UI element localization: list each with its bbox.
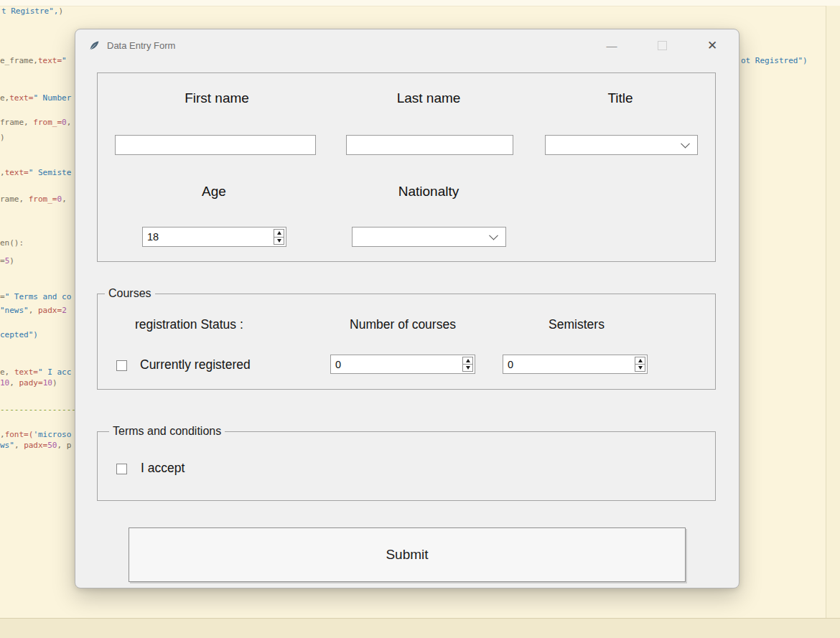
- spin-up-button[interactable]: [274, 230, 284, 238]
- accept-terms-checkbox[interactable]: [116, 464, 127, 474]
- registration-status-label: registration Status :: [135, 317, 243, 332]
- courses-legend: Courses: [105, 287, 155, 300]
- currently-registered-checkbox[interactable]: [116, 360, 127, 371]
- user-info-frame: First name Last name Title Age Nationalt…: [97, 72, 716, 262]
- age-spinbox-input[interactable]: [143, 227, 286, 246]
- spin-up-button[interactable]: [635, 357, 645, 365]
- close-button[interactable]: ✕: [687, 29, 737, 61]
- arrow-up-icon: [277, 231, 281, 235]
- last-name-label: Last name: [397, 90, 461, 106]
- code-fragment: e,text=" Number: [0, 93, 71, 103]
- spin-up-button[interactable]: [463, 357, 472, 365]
- code-fragment: ot Registred"): [741, 56, 808, 65]
- number-of-courses-label: Number of courses: [350, 317, 456, 332]
- age-spinbox[interactable]: [142, 227, 286, 247]
- code-fragment: e_frame,text=": [0, 56, 67, 65]
- code-fragment: ,font=('microso: [0, 430, 71, 439]
- code-fragment: en():: [0, 238, 24, 248]
- titlebar[interactable]: Data Entry Form — ✕: [75, 29, 739, 61]
- terms-frame: Terms and conditions I accept: [97, 431, 716, 501]
- spin-down-button[interactable]: [463, 365, 472, 371]
- minimize-icon: —: [607, 39, 617, 52]
- chevron-down-icon: [681, 139, 690, 149]
- page: t Registre",)e_frame,text="e,text=" Numb…: [0, 0, 840, 638]
- age-spin-buttons: [274, 229, 284, 245]
- code-fragment: 10, pady=10): [0, 378, 57, 388]
- spin-down-button[interactable]: [635, 365, 645, 371]
- code-fragment: ,text=" Semiste: [0, 168, 71, 177]
- nationality-combobox[interactable]: [352, 227, 506, 247]
- age-label: Age: [202, 184, 226, 200]
- spin-down-button[interactable]: [274, 238, 284, 245]
- window-title: Data Entry Form: [107, 40, 175, 51]
- code-fragment: e, text=" I acc: [0, 367, 71, 377]
- code-fragment: "news", padx=2: [0, 306, 67, 315]
- first-name-input[interactable]: [115, 135, 316, 155]
- maximize-icon: [658, 41, 667, 50]
- arrow-down-icon: [277, 239, 281, 243]
- semesters-spinbox[interactable]: [503, 355, 648, 374]
- arrow-up-icon: [466, 359, 470, 362]
- maximize-button[interactable]: [637, 29, 687, 61]
- accept-terms-label: I accept: [141, 461, 185, 476]
- title-combobox[interactable]: [545, 135, 698, 155]
- chevron-down-icon: [489, 231, 498, 240]
- terms-legend: Terms and conditions: [109, 425, 225, 438]
- code-fragment: ws", padx=50, p: [0, 441, 71, 450]
- courses-spin-buttons: [462, 357, 473, 372]
- code-fragment: rame, from_=0,: [0, 194, 67, 204]
- code-fragment: cepted"): [0, 330, 38, 339]
- arrow-down-icon: [466, 366, 470, 370]
- nationality-label: Nationalty: [398, 184, 459, 200]
- minimize-button[interactable]: —: [587, 29, 637, 61]
- submit-button[interactable]: Submit: [129, 527, 686, 582]
- number-of-courses-input[interactable]: [331, 355, 475, 373]
- title-label: Title: [607, 90, 633, 106]
- code-fragment: =" Terms and co: [0, 292, 71, 301]
- arrow-up-icon: [638, 359, 643, 362]
- code-fragment: t Registre",): [1, 6, 63, 16]
- courses-frame: Courses registration Status : Number of …: [97, 294, 716, 390]
- first-name-label: First name: [185, 90, 249, 106]
- tk-feather-icon: [88, 39, 101, 52]
- semesters-label: Semisters: [549, 317, 605, 332]
- code-fragment: frame, from_=0,: [0, 118, 71, 127]
- arrow-down-icon: [638, 366, 643, 370]
- currently-registered-label: Currently registered: [140, 357, 251, 372]
- number-of-courses-spinbox[interactable]: [330, 355, 475, 374]
- code-fragment: =5): [0, 256, 14, 266]
- last-name-input[interactable]: [346, 135, 513, 155]
- semesters-input[interactable]: [503, 355, 647, 373]
- window-controls: — ✕: [587, 29, 737, 61]
- code-fragment: ): [0, 133, 5, 142]
- data-entry-form-window: Data Entry Form — ✕ First name Last name…: [75, 29, 739, 588]
- semesters-spin-buttons: [635, 357, 645, 372]
- close-icon: ✕: [707, 38, 717, 53]
